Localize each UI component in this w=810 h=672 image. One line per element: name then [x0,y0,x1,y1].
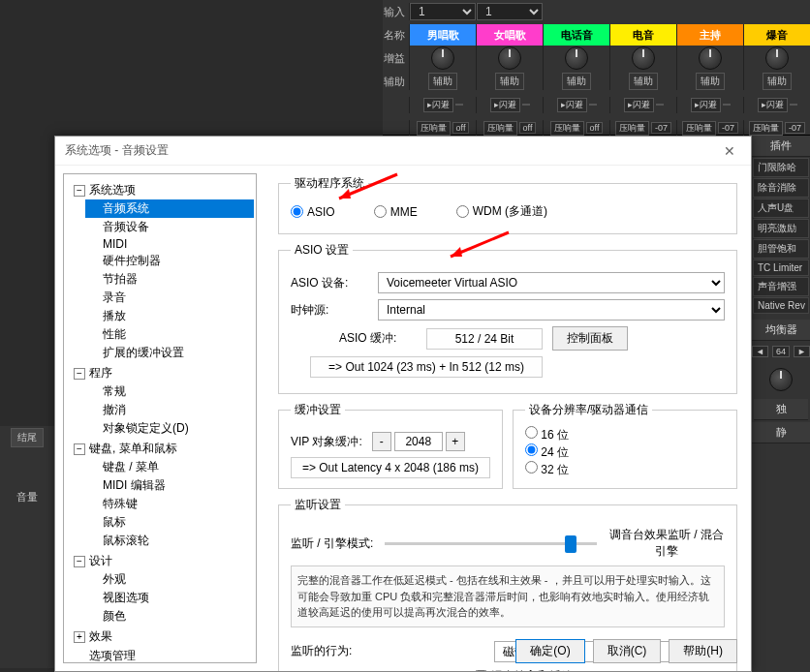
eq-knob[interactable] [769,368,793,391]
comp-btn-2[interactable]: 压响量 [550,121,584,136]
tree-toggle-design[interactable]: − [74,556,85,567]
flash-btn-4[interactable]: ▸闪避 [691,98,721,112]
plugin-item-4[interactable]: 胆管饱和 [753,239,809,259]
mute-header[interactable]: 静 [752,422,810,443]
radio-wdm[interactable]: WDM (多通道) [456,203,547,220]
vip-latency-info: => Out Latency 4 x 2048 (186 ms) [291,457,490,478]
comp-btn-0[interactable]: 压响量 [417,121,451,136]
tree-midi[interactable]: MIDI [85,236,254,252]
aux-btn-1[interactable]: 辅助 [495,73,524,90]
plugin-item-2[interactable]: 人声U盘 [753,199,809,218]
input-select-0[interactable]: 1 [410,3,476,20]
plugin-item-7[interactable]: Native Rev [753,297,809,314]
aux-btn-3[interactable]: 辅助 [629,73,658,90]
aux-btn-4[interactable]: 辅助 [696,73,725,90]
tree-kbd-menu[interactable]: 键盘 / 菜单 [85,458,254,476]
plugin-item-6[interactable]: 声音增强 [753,277,809,296]
row-name-label: 名称 [383,28,409,43]
close-icon[interactable]: ✕ [718,139,741,163]
tree-record[interactable]: 录音 [85,289,254,307]
help-button[interactable]: 帮助(H) [669,639,737,663]
gain-knob-3[interactable] [632,46,655,70]
tree-undo[interactable]: 撤消 [85,401,254,419]
end-button[interactable]: 结尾 [11,428,44,447]
clock-source-select[interactable]: Internal [378,299,725,321]
tree-mouse[interactable]: 鼠标 [85,513,254,532]
asio-device-select[interactable]: Voicemeeter Virtual ASIO [378,272,725,293]
flash-btn-0[interactable]: ▸闪避 [423,98,453,112]
eq-value: 64 [772,346,790,357]
ok-button[interactable]: 确定(O) [515,639,584,663]
flash-btn-3[interactable]: ▸闪避 [624,98,654,112]
comp-btn-5[interactable]: 压响量 [749,121,783,136]
settings-tree[interactable]: −系统选项 音频系统 音频设备 MIDI 硬件控制器 节拍器 录音 播放 性能 … [63,173,257,663]
tree-toggle-system[interactable]: − [74,185,85,197]
aux-btn-0[interactable]: 辅助 [428,73,457,90]
vip-buffer-dec[interactable]: - [372,432,391,451]
plugin-item-1[interactable]: 除音消除 [753,178,809,198]
eq-header: 均衡器 [752,320,810,341]
tree-mouse-wheel[interactable]: 鼠标滚轮 [85,532,254,550]
buffer-settings-group: 缓冲设置 VIP 对象缓冲: - 2048 + => Out Latency 4… [278,402,503,489]
eq-right-btn[interactable]: ► [794,346,810,357]
gain-knob-5[interactable] [765,46,789,70]
radio-mme[interactable]: MME [374,203,418,220]
vip-buffer-inc[interactable]: + [446,432,465,451]
tree-view-options[interactable]: 视图选项 [85,589,254,607]
dialog-title-text: 系统选项 - 音频设置 [65,142,169,159]
radio-asio[interactable]: ASIO [291,203,335,220]
tree-playback[interactable]: 播放 [85,307,254,325]
dialog-titlebar: 系统选项 - 音频设置 ✕ [55,137,751,166]
tree-option-mgmt[interactable]: 选项管理 [66,647,254,663]
plugin-item-0[interactable]: 门限除哈 [753,158,809,177]
tree-appearance[interactable]: 外观 [85,570,254,589]
tree-hw-controller[interactable]: 硬件控制器 [85,252,254,270]
tree-toggle-kbd[interactable]: − [74,443,85,455]
gain-knob-1[interactable] [498,46,521,70]
flash-btn-2[interactable]: ▸闪避 [557,98,587,112]
mix-input-checkbox[interactable] [475,670,487,672]
plugin-item-5[interactable]: TC Limiter [753,260,809,276]
settings-content: 驱动程序系统 ASIO MME WDM (多通道) ASIO 设置 ASIO 设… [265,166,751,671]
tree-general[interactable]: 常规 [85,382,254,401]
radio-16bit[interactable]: 16 位 [525,428,569,442]
tree-special-keys[interactable]: 特殊键 [85,495,254,513]
tree-color[interactable]: 颜色 [85,607,254,626]
plugin-item-3[interactable]: 明亮激励 [753,219,809,238]
track-header: 输入 1 1 名称 男唱歌女唱歌电话音电音主持爆音 增益 辅助 辅助辅助辅助辅助… [383,0,810,136]
solo-header[interactable]: 独 [754,399,808,420]
right-panel: 插件 门限除哈除音消除人声U盘明亮激励胆管饱和TC Limiter声音增强Nat… [752,136,810,672]
gain-knob-4[interactable] [699,46,722,70]
tree-obj-lock[interactable]: 对象锁定定义(D) [85,419,254,438]
monitor-mode-slider[interactable] [385,534,597,553]
volume-label: 音量 [0,486,54,508]
eq-left-btn[interactable]: ◄ [752,346,768,357]
flash-btn-1[interactable]: ▸闪避 [490,98,520,112]
input-select-1[interactable]: 1 [477,3,543,20]
radio-32bit[interactable]: 32 位 [525,463,569,476]
tree-audio-device[interactable]: 音频设备 [85,218,254,236]
tree-performance[interactable]: 性能 [85,325,254,344]
radio-24bit[interactable]: 24 位 [525,445,569,459]
left-panel: 结尾 音量 [0,426,54,668]
gain-knob-2[interactable] [565,46,588,70]
comp-btn-1[interactable]: 压响量 [483,121,517,136]
row-input-label: 输入 [383,5,409,19]
tree-toggle-effects[interactable]: + [74,631,85,643]
gain-knob-0[interactable] [431,46,454,70]
control-panel-button[interactable]: 控制面板 [552,326,628,351]
comp-btn-4[interactable]: 压响量 [682,121,716,136]
tree-audio-system[interactable]: 音频系统 [85,199,254,218]
comp-btn-3[interactable]: 压响量 [615,121,649,136]
tree-ext-buffer[interactable]: 扩展的缓冲设置 [85,344,254,362]
tree-metronome[interactable]: 节拍器 [85,270,254,289]
aux-btn-2[interactable]: 辅助 [562,73,591,90]
row-aux-label: 辅助 [383,75,409,89]
flash-btn-5[interactable]: ▸闪避 [758,98,788,112]
plugins-header: 插件 [752,136,810,157]
aux-btn-5[interactable]: 辅助 [763,73,792,90]
tree-midi-editor[interactable]: MIDI 编辑器 [85,476,254,495]
asio-latency-info: => Out 1024 (23 ms) + In 512 (12 ms) [310,356,543,378]
cancel-button[interactable]: 取消(C) [593,639,662,663]
tree-toggle-program[interactable]: − [74,368,85,380]
